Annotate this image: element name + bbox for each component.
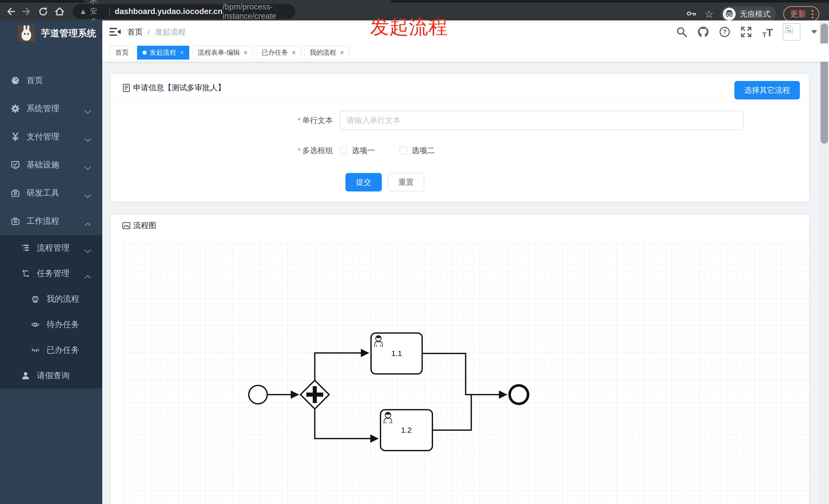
single-line-text-input[interactable] (339, 111, 744, 130)
dashboard-icon (10, 76, 21, 85)
scrollbar-thumb[interactable] (821, 24, 828, 144)
avatar-caret-icon[interactable] (811, 30, 817, 34)
required-star: * (298, 116, 301, 124)
search-icon (676, 26, 688, 38)
person-icon (20, 372, 31, 380)
header-search-button[interactable] (676, 26, 688, 38)
checkbox-icon[interactable] (339, 147, 347, 154)
home-icon (54, 6, 65, 17)
close-icon[interactable]: × (244, 49, 248, 56)
reset-button[interactable]: 重置 (388, 173, 424, 191)
sidebar-item-label: 工作流程 (27, 216, 59, 227)
sidebar-item-payment[interactable]: 支付管理 (0, 123, 102, 151)
incognito-icon (723, 8, 736, 21)
header-github-button[interactable] (697, 26, 709, 38)
hamburger-icon (109, 27, 122, 37)
sidebar-collapse-button[interactable] (109, 26, 122, 38)
start-event-node (249, 385, 267, 404)
fullscreen-icon (740, 26, 752, 38)
branch-icon (20, 270, 31, 277)
sidebar-item-label: 首页 (27, 75, 43, 86)
tag-label: 流程表单-编辑 (197, 48, 240, 57)
close-icon[interactable]: × (291, 49, 296, 56)
app-logo-row[interactable]: 芋道管理系统 (0, 21, 102, 46)
browser-forward-button[interactable] (21, 6, 33, 17)
sidebar-item-label: 任务管理 (37, 268, 70, 279)
task2-label: 1.2 (401, 426, 412, 434)
fontsize-icon-large: T (766, 27, 773, 38)
apply-info-card-header: 申请信息【测试多审批人】 (111, 74, 809, 102)
browser-back-button[interactable] (5, 6, 16, 17)
sidebar-item-label: 我的流程 (46, 294, 79, 305)
sidebar-item-devtools[interactable]: 研发工具 (0, 179, 102, 207)
process-diagram-header: 流程图 (111, 215, 809, 237)
avatar[interactable] (783, 23, 800, 41)
workflow-submenu: 流程管理 任务管理 我的流程 (0, 235, 102, 388)
checkbox-icon[interactable] (399, 147, 407, 154)
eye-open-icon (30, 321, 41, 328)
select-other-process-button[interactable]: 选择其它流程 (734, 81, 800, 100)
reload-icon (38, 6, 49, 17)
header-fullscreen-button[interactable] (740, 26, 752, 38)
checkbox-option-2[interactable]: 选项二 (399, 146, 435, 156)
back-arrow-icon (5, 6, 16, 17)
breadcrumb-current: 发起流程 (155, 27, 186, 37)
close-icon[interactable]: × (180, 49, 184, 56)
browser-menu-icon[interactable] (810, 9, 815, 20)
sidebar-item-process-mgmt[interactable]: 流程管理 (0, 235, 102, 261)
checkbox-group-label: *多选框组 (111, 146, 339, 156)
browser-update-button[interactable]: 更新 (783, 6, 819, 22)
url-bar[interactable]: ▲ 不安全 dashboard.yudao.iocoder.cn /bpm/pr… (73, 4, 296, 19)
browser-reload-button[interactable] (37, 6, 49, 17)
page-scrollbar[interactable] (820, 21, 829, 504)
breadcrumb-separator: / (148, 28, 150, 36)
broken-image-icon (785, 25, 794, 34)
text-field-row: *单行文本 (111, 111, 809, 130)
close-icon[interactable]: × (340, 49, 344, 56)
checkbox-label: 选项一 (352, 146, 375, 156)
checkbox-option-1[interactable]: 选项一 (339, 146, 375, 156)
browser-home-button[interactable] (54, 6, 66, 17)
tag-home[interactable]: 首页 (110, 46, 134, 60)
submit-button[interactable]: 提交 (346, 173, 382, 191)
sidebar-item-infra[interactable]: 基础设施 (0, 151, 102, 179)
bookmark-star-icon[interactable]: ☆ (705, 9, 714, 19)
tag-form-edit[interactable]: 流程表单-编辑 × (192, 46, 253, 60)
sidebar-item-leave-query[interactable]: 请假查询 (0, 363, 102, 388)
header-help-button[interactable]: ? (719, 26, 731, 38)
breadcrumb-home[interactable]: 首页 (127, 27, 143, 37)
chevron-down-icon (84, 246, 91, 255)
sidebar-item-home[interactable]: 首页 (0, 67, 102, 94)
sidebar-item-my-process[interactable]: 我的流程 (0, 286, 102, 312)
tag-my-process[interactable]: 我的流程 × (304, 46, 349, 60)
sidebar-item-system[interactable]: 系统管理 (0, 94, 102, 123)
apply-info-title: 申请信息【测试多审批人】 (133, 83, 225, 93)
gear-icon (10, 104, 21, 113)
breadcrumb: 首页 / 发起流程 (127, 21, 186, 43)
chevron-down-icon (84, 191, 91, 200)
end-event-node (510, 385, 528, 404)
url-path: /bpm/process-instance/create (223, 2, 289, 21)
edge-gateway-to-task1 (315, 353, 368, 380)
eye-closed-icon (30, 347, 41, 353)
sidebar-item-label: 待办任务 (46, 319, 79, 330)
sidebar-item-workflow[interactable]: 工作流程 (0, 207, 102, 235)
sidebar-item-todo-tasks[interactable]: 待办任务 (0, 312, 102, 337)
app-logo (18, 25, 35, 42)
chevron-down-icon (84, 107, 91, 116)
sidebar-item-done-tasks[interactable]: 已办任务 (0, 337, 102, 363)
tag-done-tasks[interactable]: 已办任务 × (256, 46, 301, 60)
browser-tab-strip (0, 0, 829, 3)
header-fontsize-button[interactable]: TT (761, 26, 774, 38)
sidebar-item-label: 流程管理 (37, 242, 70, 254)
toolbox-icon (10, 189, 21, 197)
edge-task2-to-merge (432, 395, 471, 430)
chevron-down-icon (84, 135, 91, 144)
sidebar-item-task-mgmt[interactable]: 任务管理 (0, 261, 102, 286)
text-field-label: *单行文本 (111, 115, 339, 126)
bpmn-diagram: 1.1 1.2 (123, 243, 809, 504)
process-diagram-title: 流程图 (133, 220, 156, 231)
tag-create-process[interactable]: 发起流程 × (137, 46, 189, 60)
bpmn-canvas[interactable]: 1.1 1.2 (123, 243, 809, 504)
password-key-icon[interactable] (686, 8, 697, 20)
